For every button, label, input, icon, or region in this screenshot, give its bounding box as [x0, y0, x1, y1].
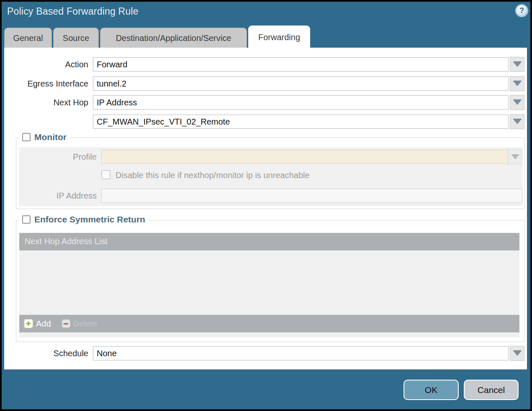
monitor-checkbox[interactable]	[22, 133, 31, 141]
monitor-ip-address-label: IP Address	[31, 189, 97, 203]
egress-interface-dropdown-button[interactable]	[510, 76, 524, 91]
table-bottom-strip	[19, 332, 519, 337]
symmetric-return-legend: Enforce Symmetric Return	[19, 214, 149, 225]
delete-icon	[62, 319, 70, 328]
tab-source[interactable]: Source	[53, 28, 99, 48]
enforce-symmetric-return-checkbox[interactable]	[22, 215, 31, 224]
next-hop-address-list-toolbar: + Add Delete	[19, 315, 519, 332]
next-hop-address-dropdown-button[interactable]	[510, 114, 524, 129]
next-hop-label: Next Hop	[5, 95, 88, 110]
symmetric-return-legend-label: Enforce Symmetric Return	[34, 214, 145, 225]
next-hop-address-list-body[interactable]	[19, 250, 519, 315]
forwarding-tab-panel: Action Egress Interface Next Hop Monitor	[4, 48, 527, 370]
egress-interface-label: Egress Interface	[5, 77, 88, 91]
dialog-title: Policy Based Forwarding Rule	[7, 6, 139, 17]
symmetric-return-section: Enforce Symmetric Return Next Hop Addres…	[16, 220, 524, 342]
tab-general[interactable]: General	[4, 28, 52, 48]
monitor-section: Monitor Profile Disable this rule if nex…	[16, 138, 524, 209]
next-hop-type-input[interactable]	[93, 95, 509, 110]
help-icon[interactable]: ?	[516, 5, 527, 16]
next-hop-address-input[interactable]	[93, 115, 509, 129]
chevron-down-icon	[513, 100, 522, 105]
action-dropdown-button[interactable]	[510, 57, 524, 72]
next-hop-type-dropdown-button[interactable]	[510, 95, 524, 110]
schedule-dropdown-button[interactable]	[510, 346, 524, 361]
chevron-down-icon	[511, 154, 519, 159]
pbf-rule-dialog: Policy Based Forwarding Rule ? General S…	[0, 0, 532, 411]
disable-rule-label: Disable this rule if nexthop/monitor ip …	[116, 168, 434, 182]
monitor-legend: Monitor	[19, 132, 70, 142]
ok-button[interactable]: OK	[403, 380, 459, 400]
schedule-input[interactable]	[93, 346, 509, 360]
disable-rule-checkbox	[101, 170, 111, 179]
monitor-legend-label: Monitor	[34, 132, 67, 142]
schedule-label: Schedule	[5, 346, 88, 360]
chevron-down-icon	[513, 351, 522, 356]
chevron-down-icon	[513, 119, 522, 124]
monitor-body: Profile Disable this rule if nexthop/mon…	[19, 147, 522, 206]
profile-input	[101, 150, 508, 164]
action-label: Action	[5, 57, 88, 71]
tab-bar: General Source Destination/Application/S…	[4, 26, 311, 48]
chevron-down-icon	[513, 81, 522, 86]
monitor-ip-address-input	[101, 189, 522, 203]
add-icon[interactable]: +	[24, 319, 33, 328]
egress-interface-input[interactable]	[93, 77, 509, 91]
action-input[interactable]	[93, 57, 509, 71]
profile-label: Profile	[31, 150, 97, 164]
add-button[interactable]: Add	[36, 319, 51, 329]
next-hop-address-list-header: Next Hop Address List	[19, 233, 519, 250]
tab-forwarding[interactable]: Forwarding	[248, 26, 310, 48]
cancel-button[interactable]: Cancel	[464, 380, 519, 400]
profile-dropdown-button	[508, 149, 522, 164]
delete-button: Delete	[73, 319, 98, 329]
tab-destination-application-service[interactable]: Destination/Application/Service	[100, 28, 247, 48]
chevron-down-icon	[513, 62, 522, 67]
